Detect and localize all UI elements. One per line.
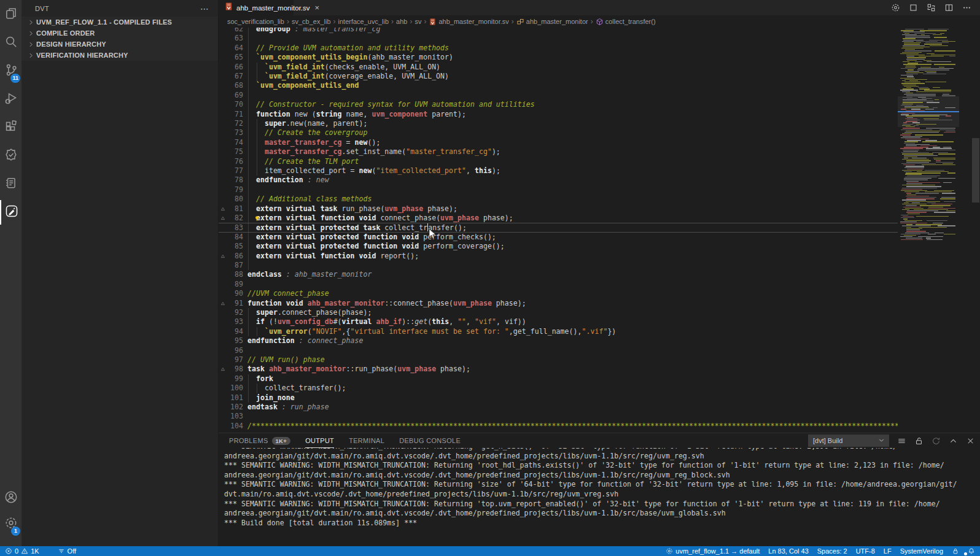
status-encoding[interactable]: UTF-8 [856, 547, 875, 555]
activity-item-dvt-requirements[interactable] [0, 172, 21, 196]
code-line[interactable]: 91function void ahb_master_monitor::conn… [219, 299, 898, 308]
output-filter-icon[interactable] [897, 436, 906, 446]
code-line[interactable]: 65 `uvm_component_utils_begin(ahb_master… [219, 53, 898, 62]
code-line[interactable]: 103 [219, 412, 898, 421]
breadcrumb-item[interactable]: sv [414, 18, 421, 25]
sidebar-tree-item[interactable]: UVM_REF_FLOW_1.1 - COMPILED FILES [21, 17, 218, 28]
code-line[interactable]: 88endclass : ahb_master_monitor [219, 270, 898, 279]
activity-item-run-and-debug[interactable] [0, 87, 21, 112]
code-line[interactable]: 79 [219, 185, 898, 195]
code-line[interactable]: 77 item_collected_port = new("item_colle… [219, 166, 898, 176]
code-line[interactable]: 89 [219, 280, 898, 289]
activity-item-extensions[interactable] [0, 115, 21, 140]
code-line[interactable]: 93 if (!uvm_config_db#(virtual ahb_if)::… [219, 317, 898, 326]
more-actions-icon[interactable]: ⋯ [200, 4, 209, 14]
scrollbar-slider[interactable] [972, 138, 979, 203]
breadcrumb-item[interactable]: ahb_master_monitor.sv [429, 18, 508, 26]
code-line[interactable]: 78 endfunction : new [219, 176, 898, 185]
editor-scrollbar[interactable] [971, 28, 980, 433]
activity-item-settings[interactable]: 1 [0, 512, 21, 536]
code-line[interactable]: 73 // Create the covergroup [219, 128, 898, 137]
status-eol[interactable]: LF [884, 547, 892, 555]
override-indicator-icon[interactable] [220, 206, 227, 213]
code-line[interactable]: 76 // Create the TLM port [219, 157, 898, 166]
panel-tab-problems[interactable]: PROBLEMS1K+ [229, 433, 290, 448]
status-cursor-position[interactable]: Ln 83, Col 43 [768, 547, 808, 555]
status-trace-toggle[interactable]: Off [58, 547, 76, 555]
minimap[interactable] [898, 28, 959, 433]
status-problems[interactable]: 01K [5, 547, 39, 555]
panel-tab-debug-console[interactable]: DEBUG CONSOLE [399, 433, 461, 448]
maximize-panel-icon[interactable] [949, 436, 958, 446]
activity-item-dvt[interactable] [0, 200, 21, 225]
override-indicator-icon[interactable] [220, 300, 227, 307]
activity-item-source-control[interactable]: 11 [0, 59, 21, 83]
status-tabs-lock[interactable] [952, 547, 959, 555]
status-indentation[interactable]: Spaces: 2 [817, 547, 847, 555]
code-line[interactable]: 97// UVM run() phase [219, 355, 898, 365]
code-line[interactable]: 72 super.new(name, parent); [219, 119, 898, 128]
settings-gear-icon[interactable] [891, 3, 900, 12]
code-line[interactable]: 101 join_none [219, 393, 898, 403]
code-line[interactable]: 68 `uvm_component_utils_end [219, 81, 898, 90]
code-line[interactable]: 62 endgroup : master_transfer_cg [219, 28, 898, 34]
code-line[interactable]: 67 `uvm_field_int(coverage_enable, UVM_A… [219, 72, 898, 81]
output-panel[interactable]: *** SEMANTIC WARNING: WIDTH_MISMATCH_TRU… [219, 448, 980, 547]
code-line[interactable]: 98task ahb_master_monitor::run_phase(uvm… [219, 365, 898, 374]
breadcrumb-item[interactable]: interface_uvc_lib [338, 18, 389, 25]
code-line[interactable]: 99 fork [219, 374, 898, 384]
sidebar-tree-item[interactable]: VERIFICATION HIERARCHY [21, 50, 218, 61]
activity-item-explorer[interactable] [0, 2, 21, 27]
code-line[interactable]: 82 extern virtual function void connect_… [219, 214, 898, 223]
panel-tab-terminal[interactable]: TERMINAL [349, 433, 384, 448]
code-line[interactable]: 90//UVM connect_phase [219, 289, 898, 298]
code-line[interactable]: 66 `uvm_field_int(checks_enable, UVM_ALL… [219, 63, 898, 72]
breadcrumb-item[interactable]: ahb_master_monitor [516, 18, 588, 26]
code-line[interactable]: 71 function new (string name, uvm_compon… [219, 110, 898, 119]
status-project[interactable]: uvm_ref_flow_1.1 → default [666, 547, 760, 555]
code-line[interactable]: 94 `uvm_error("NOVIF",{"virtual interfac… [219, 327, 898, 336]
task-dropdown[interactable]: [dvt] Build [808, 434, 889, 447]
panel-tab-output[interactable]: OUTPUT [305, 433, 334, 448]
breadcrumb-item[interactable]: soc_verification_lib [227, 18, 284, 25]
code-line[interactable]: 75 master_transfer_cg.set_inst_name("mas… [219, 147, 898, 156]
autoscroll-icon[interactable] [931, 436, 941, 446]
code-line[interactable]: 81 extern virtual task run_phase(uvm_pha… [219, 204, 898, 214]
code-line[interactable]: 104/************************************… [219, 422, 898, 431]
open-changes-icon[interactable] [909, 3, 918, 12]
status-notifications[interactable] [968, 547, 975, 555]
sidebar-tree-item[interactable]: DESIGN HIERARCHY [21, 39, 218, 50]
close-panel-icon[interactable] [966, 436, 975, 446]
code-line[interactable]: 64 // Provide UVM automation and utility… [219, 44, 898, 53]
sidebar-tree-item[interactable]: COMPILE ORDER [21, 28, 218, 39]
more-actions-icon[interactable] [962, 3, 971, 12]
code-line[interactable]: 102endtask : run_phase [219, 403, 898, 412]
activity-item-dvt-verification[interactable] [0, 144, 21, 168]
editor-tab[interactable]: ahb_master_monitor.sv × [219, 0, 294, 15]
breadcrumb-item[interactable]: collect_transfer() [596, 18, 656, 26]
code-line[interactable]: 96 [219, 346, 898, 355]
code-line[interactable]: 70 // Constructor - required syntax for … [219, 100, 898, 109]
code-line[interactable]: 74 master_transfer_cg = new(); [219, 138, 898, 147]
code-editor[interactable]: 62 endgroup : master_transfer_cg6364 // … [219, 28, 980, 433]
code-line[interactable]: 100 collect_transfer(); [219, 384, 898, 393]
override-indicator-icon[interactable] [220, 366, 227, 373]
tab-close-icon[interactable]: × [314, 3, 321, 12]
code-line[interactable]: 85 extern virtual protected function voi… [219, 242, 898, 251]
breadcrumb-item[interactable]: ahb [396, 18, 407, 25]
breadcrumb-item[interactable]: sv_cb_ex_lib [292, 18, 331, 25]
code-line[interactable]: 63 [219, 34, 898, 43]
split-editor-icon[interactable] [944, 3, 954, 12]
show-diagrams-icon[interactable] [927, 3, 936, 12]
code-line[interactable]: 83 extern virtual protected task collect… [219, 223, 898, 232]
activity-item-search[interactable] [0, 31, 21, 55]
code-line[interactable]: 69 [219, 91, 898, 100]
code-area[interactable]: 62 endgroup : master_transfer_cg6364 // … [219, 28, 980, 433]
activity-item-accounts[interactable] [0, 486, 21, 511]
code-line[interactable]: 87 [219, 261, 898, 270]
status-language[interactable]: SystemVerilog [900, 547, 943, 555]
override-indicator-icon[interactable] [220, 215, 227, 222]
unlock-icon[interactable] [914, 436, 924, 446]
code-line[interactable]: 84 extern virtual protected function voi… [219, 233, 898, 242]
code-line[interactable]: 80 // Additional class methods [219, 195, 898, 204]
